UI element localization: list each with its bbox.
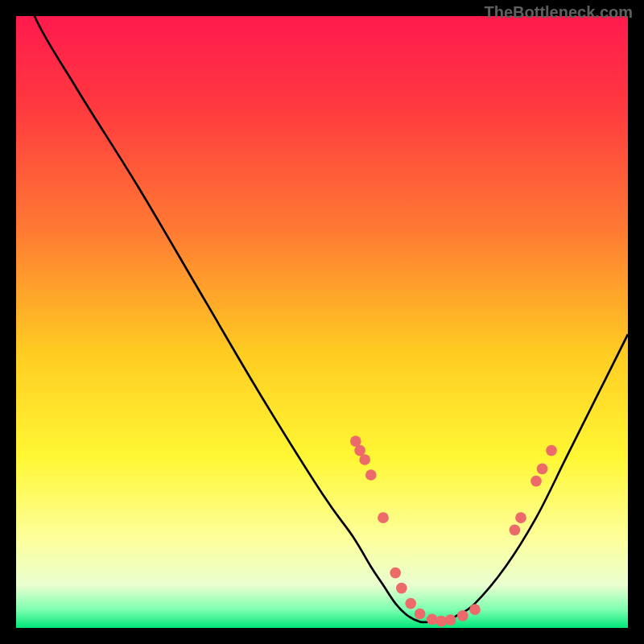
data-point — [537, 464, 548, 475]
watermark-text: TheBottleneck.com — [485, 3, 633, 22]
data-point — [390, 568, 401, 579]
data-point — [405, 598, 416, 609]
data-point — [546, 445, 557, 456]
data-point — [396, 583, 407, 594]
bottleneck-curve — [16, 16, 628, 622]
data-point — [469, 604, 481, 615]
data-point — [359, 454, 370, 465]
data-point — [415, 609, 426, 620]
chart-svg — [16, 16, 628, 628]
data-markers — [350, 436, 557, 626]
data-point — [378, 512, 389, 523]
data-point — [530, 476, 542, 487]
data-point — [365, 469, 377, 481]
data-point — [445, 614, 456, 625]
data-point — [457, 610, 469, 621]
data-point — [427, 614, 438, 625]
data-point — [510, 525, 521, 536]
data-point — [515, 512, 526, 523]
plot-area — [16, 16, 628, 628]
